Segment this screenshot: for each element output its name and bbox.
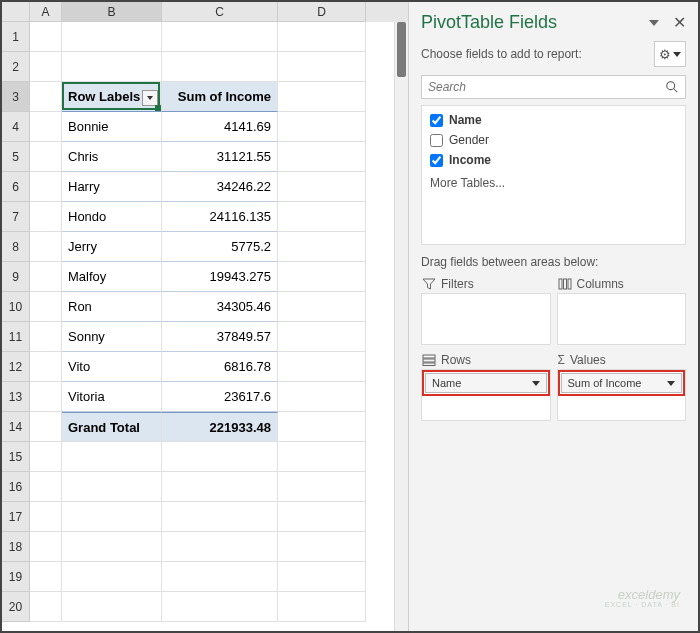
row-header-4[interactable]: 4	[2, 112, 30, 142]
cell-B16[interactable]	[62, 472, 162, 502]
cells[interactable]: Row LabelsSum of IncomeBonnie4141.69Chri…	[30, 22, 366, 622]
pivot-row-label[interactable]: Sonny	[62, 322, 162, 352]
column-header-D[interactable]: D	[278, 2, 366, 22]
pivot-grand-total-label[interactable]: Grand Total	[62, 412, 162, 442]
column-header-B[interactable]: B	[62, 2, 162, 22]
columns-area[interactable]: Columns	[557, 275, 687, 345]
row-header-20[interactable]: 20	[2, 592, 30, 622]
pivot-row-value[interactable]: 5775.2	[162, 232, 278, 262]
cell-D12[interactable]	[278, 352, 366, 382]
cell-A1[interactable]	[30, 22, 62, 52]
area-pill[interactable]: Name	[425, 373, 547, 393]
cell-D2[interactable]	[278, 52, 366, 82]
cell-A15[interactable]	[30, 442, 62, 472]
cell-C19[interactable]	[162, 562, 278, 592]
row-header-11[interactable]: 11	[2, 322, 30, 352]
cell-B20[interactable]	[62, 592, 162, 622]
row-header-12[interactable]: 12	[2, 352, 30, 382]
cell-C1[interactable]	[162, 22, 278, 52]
pivot-row-value[interactable]: 24116.135	[162, 202, 278, 232]
row-header-6[interactable]: 6	[2, 172, 30, 202]
cell-C15[interactable]	[162, 442, 278, 472]
cell-C16[interactable]	[162, 472, 278, 502]
cell-A7[interactable]	[30, 202, 62, 232]
cell-D9[interactable]	[278, 262, 366, 292]
select-all-corner[interactable]	[2, 2, 30, 22]
row-header-2[interactable]: 2	[2, 52, 30, 82]
cell-D4[interactable]	[278, 112, 366, 142]
cell-B19[interactable]	[62, 562, 162, 592]
cell-A14[interactable]	[30, 412, 62, 442]
values-area[interactable]: Σ Values Sum of Income	[557, 351, 687, 421]
field-checkbox[interactable]	[430, 114, 443, 127]
cell-A2[interactable]	[30, 52, 62, 82]
pivot-row-label[interactable]: Ron	[62, 292, 162, 322]
pivot-row-label[interactable]: Hondo	[62, 202, 162, 232]
cell-D15[interactable]	[278, 442, 366, 472]
pivot-row-label[interactable]: Harry	[62, 172, 162, 202]
search-field[interactable]	[422, 76, 659, 98]
pivot-row-label[interactable]: Vitoria	[62, 382, 162, 412]
rowlabels-filter-dropdown[interactable]	[142, 90, 158, 106]
chevron-down-icon[interactable]	[667, 381, 675, 386]
row-header-16[interactable]: 16	[2, 472, 30, 502]
cell-C18[interactable]	[162, 532, 278, 562]
cell-A13[interactable]	[30, 382, 62, 412]
cell-A4[interactable]	[30, 112, 62, 142]
field-item-name[interactable]: Name	[422, 110, 685, 130]
cell-C17[interactable]	[162, 502, 278, 532]
area-pill[interactable]: Sum of Income	[561, 373, 683, 393]
pivot-row-label[interactable]: Chris	[62, 142, 162, 172]
pivot-row-label[interactable]: Jerry	[62, 232, 162, 262]
row-header-17[interactable]: 17	[2, 502, 30, 532]
row-header-14[interactable]: 14	[2, 412, 30, 442]
cell-D3[interactable]	[278, 82, 366, 112]
cell-D1[interactable]	[278, 22, 366, 52]
pivot-row-value[interactable]: 6816.78	[162, 352, 278, 382]
pane-menu-caret-icon[interactable]	[649, 20, 659, 26]
cell-C20[interactable]	[162, 592, 278, 622]
field-checkbox[interactable]	[430, 154, 443, 167]
field-search-input[interactable]	[421, 75, 686, 99]
chevron-down-icon[interactable]	[532, 381, 540, 386]
row-header-5[interactable]: 5	[2, 142, 30, 172]
cell-D13[interactable]	[278, 382, 366, 412]
cell-A6[interactable]	[30, 172, 62, 202]
cell-B18[interactable]	[62, 532, 162, 562]
pivot-row-value[interactable]: 4141.69	[162, 112, 278, 142]
cell-A9[interactable]	[30, 262, 62, 292]
row-header-13[interactable]: 13	[2, 382, 30, 412]
field-item-gender[interactable]: Gender	[422, 130, 685, 150]
row-header-19[interactable]: 19	[2, 562, 30, 592]
filters-area[interactable]: Filters	[421, 275, 551, 345]
row-header-3[interactable]: 3	[2, 82, 30, 112]
cell-D7[interactable]	[278, 202, 366, 232]
cell-D19[interactable]	[278, 562, 366, 592]
cell-A17[interactable]	[30, 502, 62, 532]
cell-A11[interactable]	[30, 322, 62, 352]
column-header-A[interactable]: A	[30, 2, 62, 22]
cell-A16[interactable]	[30, 472, 62, 502]
cell-A12[interactable]	[30, 352, 62, 382]
cell-A3[interactable]	[30, 82, 62, 112]
cell-A20[interactable]	[30, 592, 62, 622]
pivot-row-label[interactable]: Vito	[62, 352, 162, 382]
cell-B15[interactable]	[62, 442, 162, 472]
pivot-row-label[interactable]: Bonnie	[62, 112, 162, 142]
row-header-8[interactable]: 8	[2, 232, 30, 262]
cell-D20[interactable]	[278, 592, 366, 622]
cell-D17[interactable]	[278, 502, 366, 532]
row-header-9[interactable]: 9	[2, 262, 30, 292]
row-header-1[interactable]: 1	[2, 22, 30, 52]
cell-A18[interactable]	[30, 532, 62, 562]
spreadsheet-grid[interactable]: ABCD 1234567891011121314151617181920 Row…	[2, 2, 408, 631]
row-header-18[interactable]: 18	[2, 532, 30, 562]
pivot-row-value[interactable]: 19943.275	[162, 262, 278, 292]
pivot-row-label[interactable]: Malfoy	[62, 262, 162, 292]
scrollbar-thumb[interactable]	[397, 22, 406, 77]
cell-B1[interactable]	[62, 22, 162, 52]
pivot-row-value[interactable]: 34246.22	[162, 172, 278, 202]
cell-D18[interactable]	[278, 532, 366, 562]
row-header-15[interactable]: 15	[2, 442, 30, 472]
pivot-value-header[interactable]: Sum of Income	[162, 82, 278, 112]
